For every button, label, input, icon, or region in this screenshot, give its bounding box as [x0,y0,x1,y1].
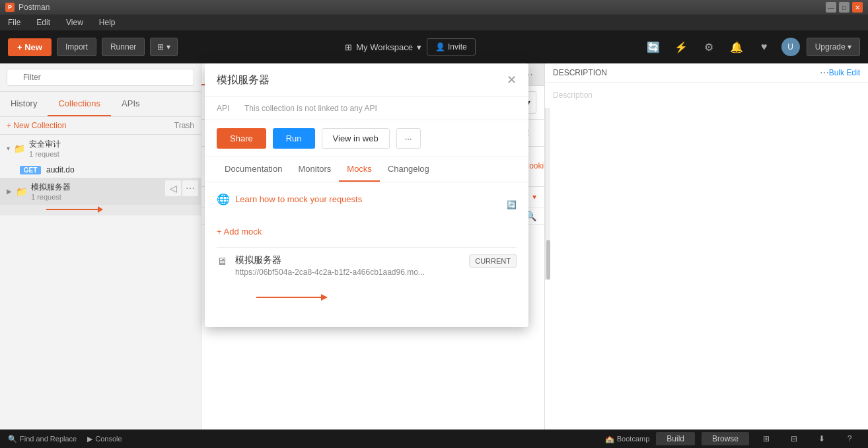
api-value: This collection is not linked to any API [244,104,377,113]
window-controls: — □ ✕ [826,2,863,13]
sidebar-search-area [0,63,201,92]
split-view-button[interactable]: ⊟ [783,428,805,448]
bottom-right: 🏫 Bootcamp Build Browse ⊞ ⊟ ⬇ ? [605,428,860,448]
invite-button[interactable]: 👤 Invite [427,38,476,56]
current-badge: CURRENT [469,254,517,268]
description-placeholder[interactable]: Description [553,88,860,102]
modal-tab-mocks[interactable]: Mocks [339,157,380,182]
search-input[interactable] [7,69,194,86]
new-button[interactable]: + New [8,38,52,56]
menu-file[interactable]: File [5,17,23,28]
globe-icon: 🌐 [217,193,230,205]
toolbar-center: ⊞ My Workspace ▾ 👤 Invite [183,38,637,56]
find-replace-button[interactable]: 🔍 Find and Replace [8,435,77,443]
browse-tab-button[interactable]: Browse [702,432,749,445]
mock-url[interactable]: https://06bf504a-2ca8-4c2a-b1f2-a466cb1a… [235,268,461,277]
modal-tab-monitors[interactable]: Monitors [290,157,339,182]
invite-icon: 👤 [435,42,445,52]
run-button[interactable]: Run [273,128,315,149]
download-button[interactable]: ⬇ [811,428,832,448]
bottom-bar: 🔍 Find and Replace ▶ Console 🏫 Bootcamp … [0,429,868,448]
build-tab-button[interactable]: Build [656,432,695,445]
more-options-button[interactable]: ⋯ [182,180,198,196]
add-mock-button[interactable]: + Add mock [217,227,262,237]
new-collection-button[interactable]: + New Collection [7,121,66,130]
collection-1-name: 安全审计 [29,139,194,150]
collection-1-header[interactable]: ▾ 📁 安全审计 1 request [0,135,201,162]
settings-button[interactable]: ⚙ [698,36,719,57]
modal-close-button[interactable]: ✕ [507,73,517,87]
folder-icon-2: 📁 [16,186,27,197]
sidebar: History Collections APIs + New Collectio… [0,63,201,429]
sync-button[interactable]: 🔄 [643,36,664,57]
close-button[interactable]: ✕ [852,2,863,13]
sidebar-tab-apis[interactable]: APIs [111,92,150,116]
modal-tabs: Documentation Monitors Mocks Changelog [205,157,528,182]
description-column-header: DESCRIPTION ⋯ Bulk Edit [545,63,868,83]
arrow-indicator [46,209,99,210]
sidebar-actions: + New Collection Trash [0,117,201,135]
find-icon: 🔍 [8,435,17,443]
maximize-button[interactable]: □ [839,2,850,13]
layout-button[interactable]: ⊞ ▾ [150,38,178,56]
layout-chevron: ▾ [166,42,170,52]
layout-toggle-button[interactable]: ⊞ [756,428,777,448]
import-button[interactable]: Import [57,38,96,56]
collection-modal: 模拟服务器 ✕ API This collection is not linke… [205,63,528,327]
learn-mock-row: 🌐 Learn how to mock your requests 🔄 [217,193,517,216]
collection-1-container: ▾ 📁 安全审计 1 request GET audit.do [0,135,201,178]
mock-arrow-container [217,297,517,317]
trash-button[interactable]: Trash [174,121,194,130]
mock-name: 模拟服务器 [235,254,461,266]
workspace-chevron-icon: ▾ [417,42,421,52]
minimize-button[interactable]: — [826,2,836,13]
collection-1-meta: 1 request [29,150,194,158]
refresh-icon[interactable]: 🔄 [507,200,517,209]
share-button[interactable]: Share [217,128,266,149]
bulk-edit-button[interactable]: Bulk Edit [829,68,860,77]
menu-view[interactable]: View [63,17,86,28]
request-audit-do[interactable]: GET audit.do [0,162,201,178]
workspace-label: My Workspace [356,42,413,52]
menu-edit[interactable]: Edit [34,17,53,28]
vertical-scrollbar[interactable] [545,108,550,280]
title-bar-left: P Postman [5,3,50,12]
toolbar-right: 🔄 ⚡ ⚙ 🔔 ♥ U Upgrade ▾ [643,36,860,57]
menu-help[interactable]: Help [96,17,118,28]
mock-arrow [256,297,322,298]
search-wrap [7,69,194,86]
runner-button[interactable]: Runner [102,38,145,56]
app-title: Postman [18,3,50,12]
modal-actions: Share Run View in web ··· [205,120,528,157]
learn-mock-link[interactable]: 🌐 Learn how to mock your requests [217,193,362,205]
api-label: API [217,104,236,113]
collapse-sidebar-button[interactable]: ◁ [165,180,181,196]
avatar[interactable]: U [781,38,800,56]
more-button[interactable]: ··· [396,128,421,149]
heart-button[interactable]: ♥ [754,36,775,57]
help-button[interactable]: ? [839,428,860,448]
collection-2-actions: ◁ ⋯ [163,180,201,196]
console-button[interactable]: ▶ Console [87,435,122,443]
mock-item: 🖥 模拟服务器 https://06bf504a-2ca8-4c2a-b1f2-… [217,247,517,283]
modal-header: 模拟服务器 ✕ [205,63,528,97]
description-input-area: Description [545,83,868,108]
chevron-right-icon: ▶ [7,188,12,195]
sidebar-tab-history[interactable]: History [0,92,48,116]
sidebar-tab-collections[interactable]: Collections [48,92,111,116]
workspace-grid-icon: ⊞ [345,42,352,52]
workspace-switcher[interactable]: ⊞ My Workspace ▾ [345,42,421,52]
save-response-chevron[interactable]: ▾ [532,192,536,202]
view-in-web-button[interactable]: View in web [322,128,390,149]
bootcamp-button[interactable]: 🏫 Bootcamp [605,435,650,443]
modal-api-row: API This collection is not linked to any… [205,97,528,120]
modal-tab-changelog[interactable]: Changelog [380,157,437,182]
request-name: audit.do [46,165,75,174]
upgrade-button[interactable]: Upgrade ▾ [807,38,860,56]
title-bar: P Postman — □ ✕ [0,0,868,15]
description-more-button[interactable]: ⋯ [820,67,829,78]
lightning-button[interactable]: ⚡ [670,36,692,57]
modal-tab-documentation[interactable]: Documentation [217,157,290,182]
notification-button[interactable]: 🔔 [726,36,747,57]
description-col-title: DESCRIPTION [553,68,820,77]
